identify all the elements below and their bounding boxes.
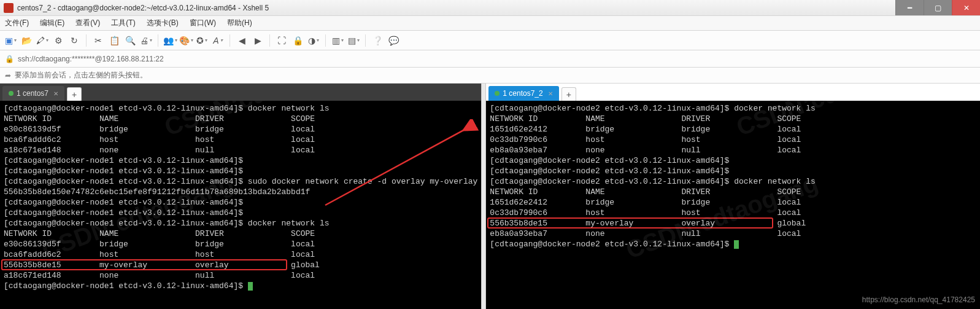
pane-right: 1 centos7_2 ✕ + [cdtaogang@docker-node2 … (486, 84, 980, 309)
add-tab-button[interactable]: + (67, 87, 82, 101)
font-button[interactable]: A (211, 34, 225, 47)
lock-icon: 🔒 (5, 55, 14, 63)
menu-tabs[interactable]: 选项卡(B) (147, 18, 179, 28)
info-bar: ➦ 要添加当前会话，点击左侧的箭头按钮。 (0, 68, 980, 84)
toolbar-separator (365, 34, 366, 47)
close-button[interactable]: ✕ (952, 0, 980, 15)
lock-button[interactable]: 🔒 (291, 34, 304, 47)
nav-back-button[interactable]: ◀ (235, 34, 249, 47)
toolbar: ▣ 📂 🖍 ⚙ ↻ ✂ 📋 🔍 🖨 👥 🎨 ✪ A ◀ ▶ ⛶ 🔒 ◑ ▥ ▤ … (0, 31, 980, 50)
blog-url: https://blog.csdn.net/qq_41782425 (862, 295, 975, 305)
terminal-right[interactable]: [cdtaogang@docker-node2 etcd-v3.0.12-lin… (486, 101, 980, 309)
tab-centos7-2[interactable]: 1 centos7_2 ✕ (488, 86, 558, 101)
menu-edit[interactable]: 编辑(E) (40, 18, 64, 28)
settings-button[interactable]: ⚙ (52, 34, 65, 47)
menu-help[interactable]: 帮助(H) (227, 18, 252, 28)
tab-label: 1 centos7_2 (503, 89, 542, 98)
address-text[interactable]: ssh://cdtaogang:********@192.168.88.211:… (18, 55, 164, 63)
toolbar-separator (325, 34, 326, 47)
terminal-left[interactable]: [cdtaogang@docker-node1 etcd-v3.0.12-lin… (0, 101, 481, 309)
close-icon[interactable]: ✕ (53, 90, 58, 97)
cut-button[interactable]: ✂ (91, 34, 105, 47)
info-text: 要添加当前会话，点击左侧的箭头按钮。 (15, 70, 147, 80)
open-button[interactable]: 📂 (20, 34, 33, 47)
tile-horz-button[interactable]: ▥ (331, 34, 344, 47)
nav-fwd-button[interactable]: ▶ (251, 34, 264, 47)
toolbar-separator (269, 34, 270, 47)
cursor-icon (248, 282, 253, 291)
tab-label: 1 centos7 (17, 89, 48, 98)
toolbar-separator (230, 34, 230, 47)
window-controls: ━ ▢ ✕ (895, 0, 980, 15)
print-button[interactable]: 🖨 (139, 34, 153, 47)
terminal-output: [cdtaogang@docker-node1 etcd-v3.0.12-lin… (4, 104, 477, 291)
tabstrip-left: 1 centos7 ✕ + (0, 84, 481, 101)
menu-file[interactable]: 文件(F) (5, 18, 29, 28)
tile-vert-button[interactable]: ▤ (347, 34, 360, 47)
terminal-output: [cdtaogang@docker-node2 etcd-v3.0.12-lin… (490, 104, 816, 249)
cursor-icon (734, 240, 739, 249)
svg-line-0 (325, 125, 473, 205)
menu-tools[interactable]: 工具(T) (111, 18, 135, 28)
menu-view[interactable]: 查看(V) (75, 18, 100, 28)
tab-centos7[interactable]: 1 centos7 ✕ (2, 86, 64, 101)
copy-button[interactable]: 📋 (107, 34, 121, 47)
color-scheme-button[interactable]: 🎨 (179, 34, 193, 47)
menubar: 文件(F) 编辑(E) 查看(V) 工具(T) 选项卡(B) 窗口(W) 帮助(… (0, 16, 980, 31)
profiles-button[interactable]: 👥 (163, 34, 177, 47)
highlight-button[interactable]: 🖍 (36, 34, 49, 47)
pane-left: 1 centos7 ✕ + [cdtaogang@docker-node1 et… (0, 84, 481, 309)
split-panes: 1 centos7 ✕ + [cdtaogang@docker-node1 et… (0, 84, 980, 309)
toolbar-separator (158, 34, 158, 47)
pane-splitter[interactable] (481, 84, 486, 309)
feedback-button[interactable]: 💬 (387, 34, 400, 47)
arrow-annotation (319, 119, 479, 211)
toolbar-separator (86, 34, 87, 47)
app-icon (4, 3, 14, 13)
window-title: centos7_2 - cdtaogang@docker-node2:~/etc… (17, 4, 269, 12)
window-titlebar: centos7_2 - cdtaogang@docker-node2:~/etc… (0, 0, 980, 16)
tabstrip-right: 1 centos7_2 ✕ + (486, 84, 980, 101)
menu-window[interactable]: 窗口(W) (190, 18, 216, 28)
minimize-button[interactable]: ━ (895, 0, 924, 15)
address-bar: 🔒 ssh://cdtaogang:********@192.168.88.21… (0, 50, 980, 68)
add-tab-button[interactable]: + (561, 87, 576, 101)
maximize-button[interactable]: ▢ (924, 0, 952, 15)
transparency-button[interactable]: ◑ (307, 34, 320, 47)
close-icon[interactable]: ✕ (548, 90, 553, 97)
help-button[interactable]: ❔ (371, 34, 384, 47)
status-dot-icon (9, 91, 14, 96)
status-dot-icon (495, 91, 500, 96)
reconnect-button[interactable]: ↻ (68, 34, 81, 47)
arrow-icon[interactable]: ➦ (5, 71, 11, 80)
new-session-button[interactable]: ▣ (4, 34, 17, 47)
encoding-button[interactable]: ✪ (195, 34, 209, 47)
fullscreen-button[interactable]: ⛶ (275, 34, 288, 47)
find-button[interactable]: 🔍 (123, 34, 137, 47)
